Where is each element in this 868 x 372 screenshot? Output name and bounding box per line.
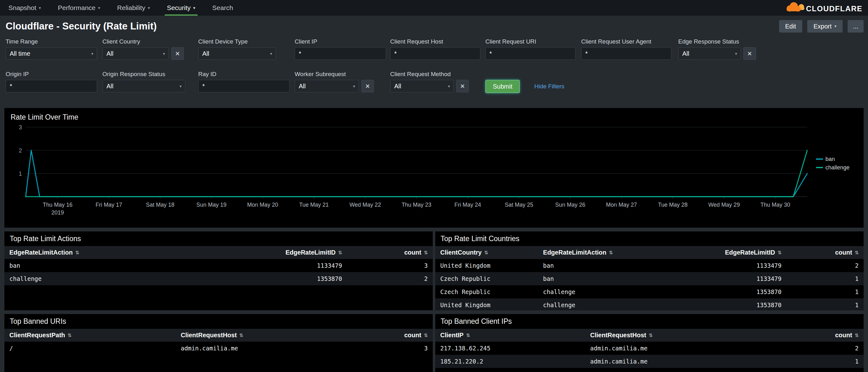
clear-filter-button[interactable]: ✕ — [171, 47, 184, 60]
x-axis-tick-label: Fri May 24 — [454, 202, 481, 208]
table-cell[interactable]: 1353870 — [666, 285, 786, 299]
dropdown-selected-value: All — [394, 83, 401, 90]
legend-item-ban[interactable]: ban — [816, 156, 835, 162]
table-row: Czech Republicchallenge13538701 — [435, 285, 864, 299]
table-cell[interactable]: challenge — [538, 285, 666, 299]
filter-origin-response-status: Origin Response StatusAll▾ — [102, 71, 198, 92]
nav-item-security[interactable]: Security▾ — [158, 0, 204, 16]
filter-client-request-user-agent: Client Request User Agent — [581, 38, 678, 60]
nav-item-label: Performance — [58, 4, 95, 11]
table-cell[interactable]: United Kingdom — [435, 299, 538, 310]
table-cell[interactable]: United Kingdom — [435, 259, 538, 272]
column-header-clientcountry[interactable]: ClientCountry⇅ — [435, 246, 538, 259]
column-header-label: count — [835, 249, 852, 256]
table-cell[interactable]: admin.camilia.me — [585, 342, 769, 355]
y-axis-tick-label: 1 — [19, 170, 22, 177]
sort-icon: ⇅ — [338, 250, 342, 255]
client-device-type-dropdown[interactable]: All▾ — [198, 47, 276, 60]
table-cell[interactable]: 185.21.220.2 — [435, 355, 585, 368]
column-header-edgeratelimitid[interactable]: EdgeRateLimitID⇅ — [197, 246, 347, 259]
x-axis-tick-label: Sun May 19 — [196, 202, 226, 208]
origin-ip-input[interactable] — [6, 80, 97, 92]
column-header-edgeratelimitaction[interactable]: EdgeRateLimitAction⇅ — [4, 246, 197, 259]
table-cell[interactable]: admin.camilia.me — [585, 355, 769, 368]
nav-item-snapshot[interactable]: Snapshot▾ — [0, 0, 50, 16]
table-cell[interactable]: challenge — [538, 299, 666, 310]
hide-filters-link[interactable]: Hide Filters — [534, 83, 564, 90]
table-cell[interactable]: ban — [4, 259, 197, 272]
client-ip-input[interactable] — [294, 47, 386, 60]
table-cell[interactable]: 3 — [347, 259, 433, 272]
edit-button[interactable]: Edit — [779, 20, 802, 33]
x-axis-tick-label: Tue May 28 — [658, 202, 687, 208]
column-header-count[interactable]: count⇅ — [347, 246, 433, 259]
clear-filter-button[interactable]: ✕ — [361, 80, 374, 92]
table-cell[interactable]: 217.138.62.245 — [435, 342, 585, 355]
edge-response-status-dropdown[interactable]: All▾ — [678, 47, 741, 60]
nav-item-reliability[interactable]: Reliability▾ — [108, 0, 158, 16]
x-axis-tick-label: Mon May 20 — [247, 202, 278, 208]
filter-edge-response-status: Edge Response StatusAll▾✕ — [678, 38, 854, 60]
column-header-clientrequesthost[interactable]: ClientRequestHost⇅ — [585, 329, 769, 342]
more-button[interactable]: ... — [848, 20, 864, 33]
export-button[interactable]: Export ▾ — [807, 20, 843, 33]
column-header-count[interactable]: count⇅ — [769, 329, 864, 342]
column-header-edgeratelimitid[interactable]: EdgeRateLimitID⇅ — [666, 246, 786, 259]
filter-label: Client Request User Agent — [581, 38, 678, 45]
table-cell[interactable]: challenge — [4, 272, 197, 285]
column-header-clientip[interactable]: ClientIP⇅ — [435, 329, 585, 342]
table-cell[interactable]: 1133479 — [666, 259, 786, 272]
clear-filter-button[interactable]: ✕ — [743, 47, 756, 60]
column-header-clientrequesthost[interactable]: ClientRequestHost⇅ — [176, 329, 347, 342]
table-cell[interactable]: Czech Republic — [435, 285, 538, 299]
clear-filter-button[interactable]: ✕ — [456, 80, 469, 92]
column-header-count[interactable]: count⇅ — [786, 246, 864, 259]
panel-title: Top Banned URIs — [4, 314, 433, 329]
table-cell[interactable]: Czech Republic — [435, 272, 538, 285]
time-range-dropdown[interactable]: All time▾ — [6, 47, 97, 60]
client-country-dropdown[interactable]: All▾ — [102, 47, 169, 60]
table-cell[interactable]: admin.camilia.me — [176, 342, 347, 355]
column-header-clientrequestpath[interactable]: ClientRequestPath⇅ — [4, 329, 176, 342]
ray-id-input[interactable] — [198, 80, 290, 92]
table-cell[interactable]: 1353870 — [666, 299, 786, 310]
table-header-row: ClientIP⇅ClientRequestHost⇅count⇅ — [435, 329, 864, 342]
filter-label: Ray ID — [198, 71, 294, 78]
chart-title: Rate Limit Over Time — [11, 113, 857, 122]
table-cell[interactable]: 1133479 — [197, 259, 347, 272]
table-cell[interactable]: ban — [538, 272, 666, 285]
table-row: Czech Republicban11334791 — [435, 272, 864, 285]
submit-button[interactable]: Submit — [485, 80, 520, 93]
table-cell[interactable]: 1353870 — [197, 272, 347, 285]
header-actions: Edit Export ▾ ... — [779, 20, 864, 33]
client-request-user-agent-input[interactable] — [581, 47, 671, 60]
column-header-label: ClientIP — [440, 332, 463, 339]
column-header-edgeratelimitaction[interactable]: EdgeRateLimitAction⇅ — [538, 246, 666, 259]
table-cell[interactable]: 2 — [769, 342, 864, 355]
chart-canvas: 123Thu May 162019Fri May 17Sat May 18Sun… — [11, 123, 857, 217]
client-request-method-dropdown[interactable]: All▾ — [390, 80, 454, 92]
column-header-count[interactable]: count⇅ — [347, 329, 433, 342]
table-cell[interactable]: 1 — [786, 299, 864, 310]
table-cell[interactable]: 3 — [347, 342, 433, 355]
table-cell[interactable]: 2 — [786, 259, 864, 272]
nav-item-performance[interactable]: Performance▾ — [50, 0, 108, 16]
table-cell[interactable]: ban — [538, 259, 666, 272]
sort-icon: ⇅ — [855, 250, 859, 255]
table-cell[interactable]: 1 — [786, 285, 864, 299]
table-cell[interactable]: 2 — [347, 272, 433, 285]
column-header-label: count — [404, 249, 421, 256]
filter-client-request-host: Client Request Host — [390, 38, 485, 60]
origin-response-status-dropdown[interactable]: All▾ — [102, 80, 185, 92]
filter-label: Edge Response Status — [678, 38, 854, 45]
table-cell[interactable]: 1 — [769, 355, 864, 368]
legend-item-challenge[interactable]: challenge — [816, 164, 849, 170]
client-request-host-input[interactable] — [390, 47, 480, 60]
table-cell[interactable]: 1133479 — [666, 272, 786, 285]
table-cell[interactable]: / — [4, 342, 176, 355]
chevron-down-icon: ▾ — [179, 84, 182, 89]
nav-item-search[interactable]: Search — [204, 0, 242, 16]
worker-subrequest-dropdown[interactable]: All▾ — [294, 80, 359, 92]
table-cell[interactable]: 1 — [786, 272, 864, 285]
client-request-uri-input[interactable] — [485, 47, 576, 60]
